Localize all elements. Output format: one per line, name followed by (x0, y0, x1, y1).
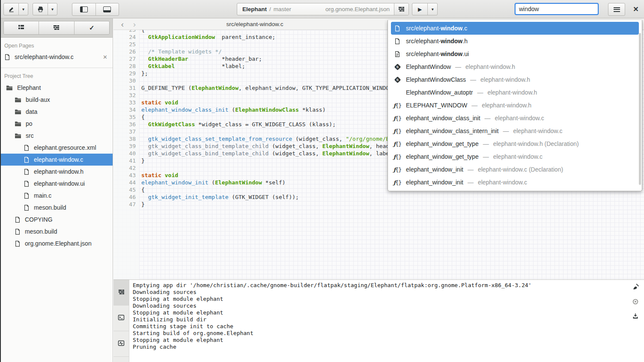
search-input[interactable] (515, 3, 599, 15)
search-result-row[interactable]: ƒ{}elephant_window_get_type—elephant-win… (391, 150, 639, 163)
build-bricks-icon (398, 6, 405, 13)
line-number: 44 (113, 179, 136, 186)
search-result-row[interactable]: ƒ{}elephant_window_get_type—elephant-win… (391, 137, 639, 150)
todo-tab[interactable]: ✓ (74, 21, 109, 34)
code-text (136, 164, 141, 172)
line-number: 26 (113, 48, 136, 55)
function-icon: ƒ{} (394, 166, 401, 173)
tree-row[interactable]: meson.build (0, 226, 113, 237)
result-name: ElephantWindow_autoptr (406, 89, 473, 96)
project-tree: Elephantbuild-auxdataposrcelephant.greso… (0, 82, 113, 249)
result-file: elephant-window.h (480, 76, 530, 83)
search-result-row[interactable]: ElephantWindow_autoptr—elephant-window.h (391, 86, 639, 99)
run-options-button[interactable]: ▾ (427, 3, 437, 15)
search-result-row[interactable]: ƒ{}elephant_window_init—elephant-window.… (391, 176, 639, 189)
tree-row[interactable]: main.c (0, 190, 113, 202)
gnome-builder-window: ▾ ▾ Elephant / master org.gnom (0, 0, 644, 362)
close-icon: ✕ (633, 5, 638, 13)
code-text: gtk_widget_class_bind_template_child (wi… (136, 142, 396, 150)
tree-row[interactable]: data (0, 106, 113, 118)
left-panel-icon (80, 6, 88, 12)
terminal-tab[interactable] (113, 306, 129, 331)
file-icon (15, 240, 21, 247)
line-number: 46 (113, 193, 136, 201)
search-result-row[interactable]: ƒ{}ELEPHANT_WINDOW—elephant-window.h (391, 99, 639, 112)
code-text (136, 77, 141, 84)
popover-scrollbar[interactable] (639, 33, 641, 185)
omnibar[interactable]: Elephant / master org.gnome.Elephant.jso… (237, 3, 409, 15)
build-log[interactable]: Emptying app dir '/home/christian/.cache… (133, 282, 627, 362)
build-tab[interactable] (39, 21, 74, 34)
result-name: elephant_window_init (406, 166, 463, 173)
panel-toggle-group (72, 3, 119, 16)
tree-row[interactable]: org.gnome.Elephant.json (0, 237, 113, 249)
sidebar-tab-strip: ✓ (0, 18, 113, 38)
profiler-tab[interactable] (113, 331, 129, 357)
search-result-row[interactable]: SElephantWindowClass—elephant-window.h (391, 73, 639, 86)
run-button[interactable]: ▶ (412, 3, 427, 15)
toggle-bottom-panel-button[interactable] (95, 3, 119, 15)
record-icon[interactable] (632, 298, 639, 307)
file-icon (15, 228, 21, 235)
search-result-row[interactable]: ƒ{}elephant_window_init—elephant-window.… (391, 163, 639, 176)
build-config-name: org.gnome.Elephant.json (325, 6, 390, 12)
code-text: GtkApplicationWindow parent_instance; (136, 33, 275, 41)
terminal-icon (118, 314, 125, 323)
tree-row[interactable]: po (0, 118, 113, 130)
search-result-row[interactable]: src/elephant-window.c (391, 22, 639, 35)
tree-row-label: meson.build (34, 204, 66, 211)
line-number: 36 (113, 121, 136, 128)
log-line: Stopping at module elephant (133, 309, 627, 316)
tree-row[interactable]: build-aux (0, 94, 113, 106)
search-result-row[interactable]: src/elephant-window.h (391, 35, 639, 47)
tree-row[interactable]: meson.build (0, 202, 113, 214)
search-result-row[interactable]: src/elephant-window.ui (391, 47, 639, 60)
menu-button[interactable] (608, 3, 625, 16)
result-name: ElephantWindowClass (406, 76, 466, 83)
log-line: Starting build of org.gnome.Elephant (133, 330, 627, 337)
result-name: elephant_window_get_type (406, 153, 479, 160)
line-number: 32 (113, 92, 136, 99)
file-text-icon (394, 51, 401, 57)
open-page-row[interactable]: src/elephant-window.c ✕ (0, 50, 113, 63)
tree-row[interactable]: Elephant (0, 82, 113, 94)
code-text: gtk_widget_class_set_template_from_resou… (136, 135, 396, 142)
editor-mode-button[interactable]: ▾ (3, 3, 28, 15)
result-file: elephant-window.c (478, 179, 527, 186)
toggle-left-panel-button[interactable] (72, 3, 95, 15)
tree-row[interactable]: elephant-window.c (0, 154, 113, 166)
save-log-icon[interactable] (632, 313, 639, 321)
tree-row-label: org.gnome.Elephant.json (25, 240, 92, 247)
search-result-row[interactable]: SElephantWindow—elephant-window.h (391, 60, 639, 73)
function-icon: ƒ{} (394, 115, 401, 122)
close-page-icon[interactable]: ✕ (103, 54, 107, 60)
folder-icon (6, 85, 13, 91)
code-line: 46 gtk_widget_init_template (GTK_WIDGET … (113, 193, 644, 201)
device-selector-button[interactable]: ▾ (33, 3, 57, 15)
result-name: elephant_window_class_intern_init (406, 128, 498, 134)
clear-log-icon[interactable] (632, 283, 639, 292)
code-text: G_DEFINE_TYPE (ElephantWindow, elephant_… (136, 84, 396, 92)
pages-list-tab[interactable] (4, 21, 39, 34)
close-button[interactable]: ✕ (629, 3, 643, 15)
bottom-panel-tabs (113, 280, 129, 362)
build-button[interactable] (394, 3, 408, 15)
tree-row[interactable]: COPYING (0, 214, 113, 226)
build-output-tab[interactable] (113, 280, 129, 306)
tree-row[interactable]: elephant-window.h (0, 166, 113, 178)
tree-row[interactable]: src (0, 130, 113, 142)
result-name: ELEPHANT_WINDOW (406, 102, 467, 109)
tree-row-label: po (26, 120, 33, 127)
editor-title: src/elephant-window.c (113, 18, 396, 30)
tree-row-label: meson.build (25, 228, 57, 235)
result-dash: — (503, 128, 509, 134)
tree-row[interactable]: elephant.gresource.xml (0, 142, 113, 154)
search-result-row[interactable]: ƒ{}elephant_window_class_init—elephant-w… (391, 112, 639, 125)
tree-row[interactable]: elephant-window.ui (0, 178, 113, 190)
log-line: Downloading sources (133, 289, 627, 296)
line-number: 29 (113, 70, 136, 77)
search-result-row[interactable]: ƒ{}elephant_window_class_intern_init—ele… (391, 125, 639, 137)
result-dash: — (470, 76, 476, 83)
function-icon: ƒ{} (394, 128, 401, 134)
line-number: 30 (113, 77, 136, 84)
